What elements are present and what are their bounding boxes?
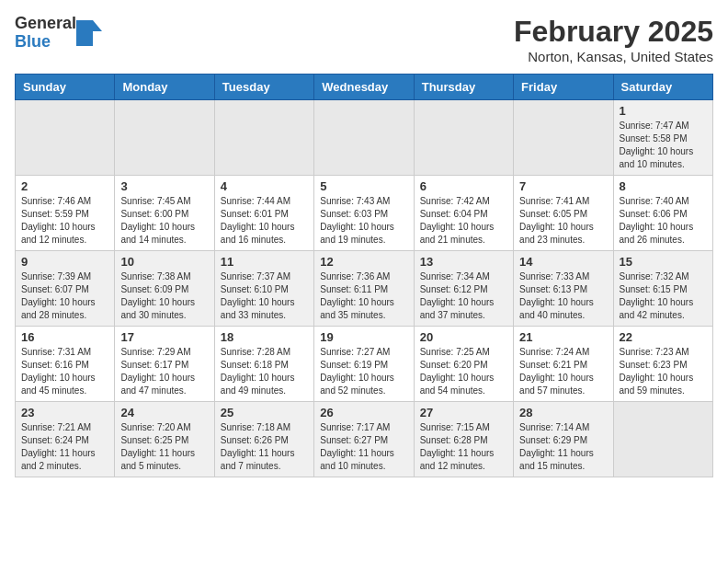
day-number: 21 bbox=[519, 330, 607, 344]
day-header-monday: Monday bbox=[115, 75, 214, 100]
day-cell: 23Sunrise: 7:21 AM Sunset: 6:24 PM Dayli… bbox=[16, 402, 115, 477]
day-info: Sunrise: 7:37 AM Sunset: 6:10 PM Dayligh… bbox=[221, 270, 308, 322]
day-info: Sunrise: 7:34 AM Sunset: 6:12 PM Dayligh… bbox=[420, 270, 507, 322]
day-cell: 5Sunrise: 7:43 AM Sunset: 6:03 PM Daylig… bbox=[314, 176, 414, 251]
day-header-sunday: Sunday bbox=[16, 75, 115, 100]
day-cell: 27Sunrise: 7:15 AM Sunset: 6:28 PM Dayli… bbox=[414, 402, 513, 477]
day-cell bbox=[16, 100, 115, 176]
days-header-row: SundayMondayTuesdayWednesdayThursdayFrid… bbox=[16, 75, 713, 100]
day-number: 4 bbox=[221, 179, 308, 193]
day-cell: 20Sunrise: 7:25 AM Sunset: 6:20 PM Dayli… bbox=[414, 327, 513, 402]
day-number: 20 bbox=[420, 330, 507, 344]
day-number: 5 bbox=[320, 179, 407, 193]
day-cell: 19Sunrise: 7:27 AM Sunset: 6:19 PM Dayli… bbox=[314, 327, 414, 402]
day-number: 26 bbox=[320, 406, 407, 419]
week-row-2: 2Sunrise: 7:46 AM Sunset: 5:59 PM Daylig… bbox=[16, 176, 713, 251]
day-cell: 10Sunrise: 7:38 AM Sunset: 6:09 PM Dayli… bbox=[115, 251, 214, 327]
week-row-3: 9Sunrise: 7:39 AM Sunset: 6:07 PM Daylig… bbox=[16, 251, 713, 327]
day-info: Sunrise: 7:25 AM Sunset: 6:20 PM Dayligh… bbox=[420, 346, 507, 397]
day-cell: 13Sunrise: 7:34 AM Sunset: 6:12 PM Dayli… bbox=[414, 251, 513, 327]
logo-icon bbox=[76, 20, 102, 46]
day-number: 17 bbox=[120, 330, 208, 344]
day-number: 1 bbox=[620, 104, 707, 118]
day-number: 9 bbox=[21, 255, 108, 269]
location: Norton, Kansas, United States bbox=[514, 49, 713, 64]
svg-marker-0 bbox=[76, 20, 102, 46]
day-cell: 22Sunrise: 7:23 AM Sunset: 6:23 PM Dayli… bbox=[613, 327, 712, 402]
day-number: 6 bbox=[420, 179, 507, 193]
day-info: Sunrise: 7:15 AM Sunset: 6:28 PM Dayligh… bbox=[420, 421, 507, 473]
day-cell: 25Sunrise: 7:18 AM Sunset: 6:26 PM Dayli… bbox=[214, 402, 313, 477]
day-info: Sunrise: 7:44 AM Sunset: 6:01 PM Dayligh… bbox=[221, 195, 308, 247]
day-info: Sunrise: 7:42 AM Sunset: 6:04 PM Dayligh… bbox=[420, 195, 507, 247]
day-cell bbox=[613, 402, 712, 477]
day-header-saturday: Saturday bbox=[613, 75, 712, 100]
day-cell: 24Sunrise: 7:20 AM Sunset: 6:25 PM Dayli… bbox=[115, 402, 214, 477]
day-info: Sunrise: 7:27 AM Sunset: 6:19 PM Dayligh… bbox=[320, 346, 407, 397]
day-info: Sunrise: 7:24 AM Sunset: 6:21 PM Dayligh… bbox=[519, 346, 607, 397]
day-cell: 16Sunrise: 7:31 AM Sunset: 6:16 PM Dayli… bbox=[16, 327, 115, 402]
day-cell bbox=[115, 100, 214, 176]
day-cell bbox=[314, 100, 414, 176]
day-info: Sunrise: 7:41 AM Sunset: 6:05 PM Dayligh… bbox=[519, 195, 607, 247]
day-cell bbox=[414, 100, 513, 176]
day-info: Sunrise: 7:43 AM Sunset: 6:03 PM Dayligh… bbox=[320, 195, 407, 247]
day-cell bbox=[514, 100, 613, 176]
day-number: 27 bbox=[420, 406, 507, 419]
day-info: Sunrise: 7:40 AM Sunset: 6:06 PM Dayligh… bbox=[620, 195, 707, 247]
day-info: Sunrise: 7:20 AM Sunset: 6:25 PM Dayligh… bbox=[120, 421, 208, 473]
day-info: Sunrise: 7:39 AM Sunset: 6:07 PM Dayligh… bbox=[21, 270, 108, 322]
day-cell: 2Sunrise: 7:46 AM Sunset: 5:59 PM Daylig… bbox=[16, 176, 115, 251]
day-info: Sunrise: 7:14 AM Sunset: 6:29 PM Dayligh… bbox=[519, 421, 607, 473]
day-info: Sunrise: 7:47 AM Sunset: 5:58 PM Dayligh… bbox=[620, 120, 707, 171]
day-number: 22 bbox=[620, 330, 707, 344]
logo: General Blue bbox=[15, 15, 102, 52]
day-header-friday: Friday bbox=[514, 75, 613, 100]
day-info: Sunrise: 7:38 AM Sunset: 6:09 PM Dayligh… bbox=[120, 270, 208, 322]
day-header-wednesday: Wednesday bbox=[314, 75, 414, 100]
day-number: 14 bbox=[519, 255, 607, 269]
day-number: 24 bbox=[120, 406, 208, 419]
logo-general: General bbox=[15, 15, 76, 33]
day-info: Sunrise: 7:17 AM Sunset: 6:27 PM Dayligh… bbox=[320, 421, 407, 473]
day-cell: 3Sunrise: 7:45 AM Sunset: 6:00 PM Daylig… bbox=[115, 176, 214, 251]
day-cell: 21Sunrise: 7:24 AM Sunset: 6:21 PM Dayli… bbox=[514, 327, 613, 402]
day-cell: 11Sunrise: 7:37 AM Sunset: 6:10 PM Dayli… bbox=[214, 251, 313, 327]
day-cell: 15Sunrise: 7:32 AM Sunset: 6:15 PM Dayli… bbox=[613, 251, 712, 327]
month-title: February 2025 bbox=[514, 15, 713, 49]
week-row-1: 1Sunrise: 7:47 AM Sunset: 5:58 PM Daylig… bbox=[16, 100, 713, 176]
logo-blue: Blue bbox=[15, 33, 76, 52]
day-info: Sunrise: 7:32 AM Sunset: 6:15 PM Dayligh… bbox=[620, 270, 707, 322]
day-number: 11 bbox=[221, 255, 308, 269]
day-number: 19 bbox=[320, 330, 407, 344]
day-info: Sunrise: 7:36 AM Sunset: 6:11 PM Dayligh… bbox=[320, 270, 407, 322]
day-number: 10 bbox=[120, 255, 208, 269]
day-info: Sunrise: 7:31 AM Sunset: 6:16 PM Dayligh… bbox=[21, 346, 108, 397]
day-header-thursday: Thursday bbox=[414, 75, 513, 100]
day-number: 23 bbox=[21, 406, 108, 419]
day-cell: 17Sunrise: 7:29 AM Sunset: 6:17 PM Dayli… bbox=[115, 327, 214, 402]
day-info: Sunrise: 7:33 AM Sunset: 6:13 PM Dayligh… bbox=[519, 270, 607, 322]
day-number: 12 bbox=[320, 255, 407, 269]
day-info: Sunrise: 7:18 AM Sunset: 6:26 PM Dayligh… bbox=[221, 421, 308, 473]
day-cell: 18Sunrise: 7:28 AM Sunset: 6:18 PM Dayli… bbox=[214, 327, 313, 402]
day-cell: 6Sunrise: 7:42 AM Sunset: 6:04 PM Daylig… bbox=[414, 176, 513, 251]
week-row-4: 16Sunrise: 7:31 AM Sunset: 6:16 PM Dayli… bbox=[16, 327, 713, 402]
day-number: 2 bbox=[21, 179, 108, 193]
day-info: Sunrise: 7:28 AM Sunset: 6:18 PM Dayligh… bbox=[221, 346, 308, 397]
day-cell bbox=[214, 100, 313, 176]
day-cell: 8Sunrise: 7:40 AM Sunset: 6:06 PM Daylig… bbox=[613, 176, 712, 251]
day-info: Sunrise: 7:46 AM Sunset: 5:59 PM Dayligh… bbox=[21, 195, 108, 247]
day-number: 15 bbox=[620, 255, 707, 269]
week-row-5: 23Sunrise: 7:21 AM Sunset: 6:24 PM Dayli… bbox=[16, 402, 713, 477]
day-info: Sunrise: 7:21 AM Sunset: 6:24 PM Dayligh… bbox=[21, 421, 108, 473]
day-number: 25 bbox=[221, 406, 308, 419]
day-info: Sunrise: 7:45 AM Sunset: 6:00 PM Dayligh… bbox=[120, 195, 208, 247]
logo-text: General Blue bbox=[15, 15, 76, 52]
day-number: 7 bbox=[519, 179, 607, 193]
day-cell: 26Sunrise: 7:17 AM Sunset: 6:27 PM Dayli… bbox=[314, 402, 414, 477]
day-cell: 28Sunrise: 7:14 AM Sunset: 6:29 PM Dayli… bbox=[514, 402, 613, 477]
day-number: 18 bbox=[221, 330, 308, 344]
title-area: February 2025 Norton, Kansas, United Sta… bbox=[514, 15, 713, 64]
day-cell: 4Sunrise: 7:44 AM Sunset: 6:01 PM Daylig… bbox=[214, 176, 313, 251]
